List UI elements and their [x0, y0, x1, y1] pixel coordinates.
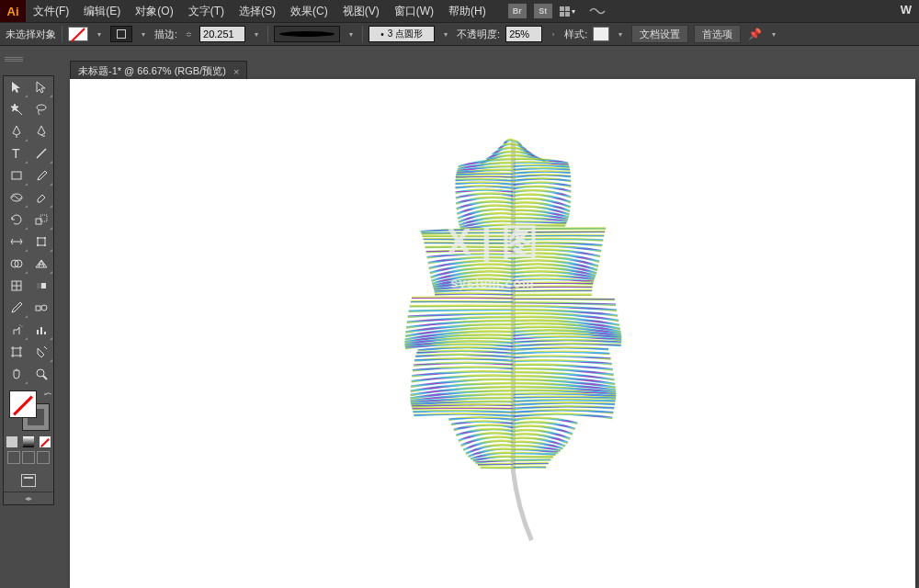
menu-file[interactable]: 文件(F): [26, 4, 76, 19]
fill-indicator[interactable]: [9, 390, 37, 418]
variable-width-profile[interactable]: [274, 26, 340, 42]
dock-handle[interactable]: [5, 57, 23, 62]
slice-tool[interactable]: [28, 341, 53, 363]
menu-effect[interactable]: 效果(C): [283, 4, 335, 19]
eyedropper-tool[interactable]: [4, 297, 28, 319]
gradient-tool[interactable]: [28, 275, 53, 297]
arrange-documents[interactable]: ▾: [560, 4, 582, 18]
svg-point-8: [37, 237, 39, 239]
stroke-dropdown[interactable]: ▾: [138, 27, 149, 41]
color-mode-none[interactable]: [37, 433, 53, 451]
svg-text:T: T: [12, 146, 20, 161]
column-graph-tool[interactable]: [28, 319, 53, 341]
align-icon[interactable]: 📌: [746, 26, 763, 42]
menu-help[interactable]: 帮助(H): [441, 4, 494, 19]
opacity-dropdown[interactable]: ›: [548, 27, 559, 41]
controlbar: 未选择对象 ▾ ▾ 描边: ≎ ▾ ▾ •3 点圆形 ▾ 不透明度: › 样式:…: [0, 22, 919, 46]
pen-tool[interactable]: [4, 120, 28, 142]
free-transform-tool[interactable]: [28, 231, 53, 253]
mesh-tool[interactable]: [4, 275, 28, 297]
direct-selection-tool[interactable]: [28, 76, 53, 98]
feather-artwork: [384, 122, 641, 545]
selection-status: 未选择对象: [6, 28, 56, 41]
scale-tool[interactable]: [28, 209, 53, 231]
gpu-icon[interactable]: [589, 5, 606, 17]
style-label: 样式:: [564, 28, 587, 41]
lasso-tool[interactable]: [28, 98, 53, 120]
watermark-title: X | 图: [447, 217, 539, 267]
magic-wand-tool[interactable]: [4, 98, 28, 120]
opacity-input[interactable]: [505, 26, 542, 42]
document-tab[interactable]: 未标题-1* @ 66.67% (RGB/预览) ×: [70, 61, 247, 81]
stroke-swatch[interactable]: [110, 26, 132, 42]
prefs-button[interactable]: 首选项: [694, 25, 741, 43]
watermark-subtitle: system.com: [451, 276, 535, 290]
toolbox-expand[interactable]: ◂▸: [4, 492, 53, 504]
rectangle-tool[interactable]: [4, 164, 28, 187]
draw-inside[interactable]: [37, 451, 50, 464]
brush-dropdown[interactable]: ▾: [440, 27, 451, 41]
eraser-tool[interactable]: [28, 187, 53, 209]
menu-type[interactable]: 文字(T): [181, 4, 232, 19]
opacity-label: 不透明度:: [457, 28, 500, 41]
menubar: Ai 文件(F) 编辑(E) 对象(O) 文字(T) 选择(S) 效果(C) 视…: [0, 0, 919, 22]
stroke-weight-dropdown[interactable]: ▾: [251, 27, 262, 41]
stroke-weight-stepper[interactable]: ≎: [183, 27, 194, 41]
menu-object[interactable]: 对象(O): [128, 4, 180, 19]
symbol-sprayer-tool[interactable]: [4, 319, 28, 341]
color-mode-solid[interactable]: [4, 433, 20, 451]
svg-rect-23: [37, 330, 39, 334]
app-logo: Ai: [0, 0, 26, 22]
svg-rect-3: [12, 172, 21, 179]
curvature-tool[interactable]: [28, 120, 53, 142]
align-dropdown[interactable]: ▾: [768, 27, 779, 41]
fill-dropdown[interactable]: ▾: [94, 27, 105, 41]
type-tool[interactable]: T: [4, 142, 28, 164]
brush-definition[interactable]: •3 点圆形: [369, 26, 435, 42]
blend-tool[interactable]: [28, 297, 53, 319]
fill-stroke-indicator[interactable]: ⤺: [4, 389, 53, 433]
tab-close-button[interactable]: ×: [233, 66, 239, 77]
line-tool[interactable]: [28, 142, 53, 164]
shape-builder-tool[interactable]: [4, 253, 28, 275]
svg-point-0: [37, 105, 46, 110]
stroke-weight-input[interactable]: [199, 26, 245, 42]
hand-tool[interactable]: [4, 363, 28, 385]
paintbrush-tool[interactable]: [28, 164, 53, 187]
menu-window[interactable]: 窗口(W): [387, 4, 441, 19]
draw-normal[interactable]: [7, 451, 20, 464]
screen-mode[interactable]: [4, 469, 53, 492]
swap-fill-stroke[interactable]: ⤺: [44, 389, 51, 399]
draw-modes: [4, 451, 53, 469]
selection-tool[interactable]: [4, 76, 28, 98]
svg-point-21: [19, 325, 20, 326]
workspace-right: W: [901, 3, 912, 17]
artboard-tool[interactable]: [4, 341, 28, 363]
svg-line-2: [37, 149, 46, 158]
profile-dropdown[interactable]: ▾: [346, 27, 357, 41]
tab-strip: 未标题-1* @ 66.67% (RGB/预览) ×: [70, 59, 247, 81]
svg-point-22: [21, 326, 22, 327]
rotate-tool[interactable]: [4, 209, 28, 231]
shaper-tool[interactable]: [4, 187, 28, 209]
doc-setup-button[interactable]: 文档设置: [631, 25, 688, 43]
svg-point-20: [41, 305, 47, 311]
zoom-tool[interactable]: [28, 363, 53, 385]
bridge-icon[interactable]: Br: [508, 4, 527, 18]
toolbox: T ⤺ ◂▸: [3, 75, 54, 505]
graphic-style-swatch[interactable]: [593, 27, 609, 41]
menu-select[interactable]: 选择(S): [232, 4, 283, 19]
fill-swatch[interactable]: [68, 27, 88, 41]
color-mode-gradient[interactable]: [20, 433, 37, 451]
svg-rect-7: [38, 238, 45, 245]
menu-edit[interactable]: 编辑(E): [76, 4, 128, 19]
width-tool[interactable]: [4, 231, 28, 253]
stock-icon[interactable]: St: [534, 4, 552, 18]
draw-behind[interactable]: [22, 451, 35, 464]
perspective-grid-tool[interactable]: [28, 253, 53, 275]
menu-view[interactable]: 视图(V): [335, 4, 387, 19]
artboard[interactable]: X | 图 system.com: [70, 79, 915, 588]
svg-rect-25: [44, 332, 46, 334]
style-dropdown[interactable]: ▾: [615, 27, 626, 41]
stroke-label: 描边:: [154, 28, 177, 41]
